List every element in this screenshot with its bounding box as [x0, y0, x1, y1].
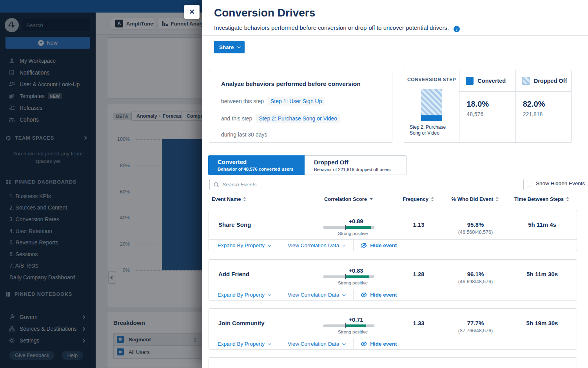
pct-who-did-event: 77.7% (37,766/48,576): [444, 317, 507, 333]
dropped-count: 221,818: [523, 111, 571, 117]
search-icon: [214, 182, 219, 188]
chevron-down-icon: [237, 45, 240, 48]
hide-event-button[interactable]: Hide event: [354, 240, 405, 251]
event-row-join-community: Join Community +0.71 Strong positive 1.3…: [209, 308, 577, 350]
event-row-add-friend: Add Friend +0.83 Strong positive 1.28 96…: [209, 259, 577, 301]
screen: + New My Workspace Notifications User & …: [0, 0, 588, 368]
info-icon[interactable]: i: [454, 26, 460, 32]
column-time-between-steps[interactable]: Time Between Steps: [506, 196, 577, 202]
view-correlation-data-button[interactable]: View Correlation Data: [279, 289, 354, 301]
eye-off-icon: [361, 243, 367, 248]
dropped-pct: 82.0%: [523, 100, 571, 109]
page-subtitle: Investigate behaviors performed before c…: [214, 24, 460, 32]
expand-by-property-button[interactable]: Expand By Property: [209, 240, 279, 251]
event-row-partial: [209, 357, 577, 368]
cohort-tabs: Converted Behavior of 48,576 converted u…: [208, 155, 407, 175]
correlation-bar: [323, 226, 374, 229]
dropped-off-bar-segment: [421, 89, 442, 115]
frequency-value: 1.33: [393, 317, 444, 326]
time-between-steps: 5h 11m 4s: [507, 218, 577, 228]
conversion-step-header: CONVERSION STEP: [404, 77, 459, 82]
frequency-value: 1.13: [393, 218, 444, 228]
page-title: Conversion Drivers: [214, 7, 315, 19]
tab-dropped-off[interactable]: Dropped Off Behavior of 221,818 dropped …: [305, 155, 407, 175]
event-fraction: (46,698/48,576): [444, 279, 507, 284]
column-correlation-score[interactable]: Correlation Score: [304, 196, 393, 202]
sort-icon: [495, 197, 499, 201]
correlation-score-cell: +0.89 Strong positive: [323, 218, 374, 236]
criteria-heading: Analyze behaviors performed before conve…: [221, 80, 380, 87]
criteria-card: Analyze behaviors performed before conve…: [209, 70, 392, 143]
converted-bar-segment: [421, 115, 442, 121]
dropped-legend-label: Dropped Off: [534, 78, 567, 84]
chevron-down-icon: [342, 342, 345, 345]
chevron-down-icon: [342, 243, 345, 246]
correlation-score-cell: +0.83 Strong positive: [323, 268, 374, 285]
column-frequency[interactable]: Frequency: [393, 196, 444, 202]
sort-desc-icon: [370, 198, 373, 200]
chevron-down-icon: [268, 293, 271, 296]
conversion-drivers-panel: Conversion Drivers Investigate behaviors…: [202, 0, 588, 368]
chevron-down-icon: [268, 243, 271, 246]
divider: [202, 35, 588, 36]
sort-icon: [243, 197, 246, 201]
correlation-bar: [323, 275, 374, 278]
column-event-name[interactable]: Event Name: [209, 196, 304, 202]
column-pct-who-did-event[interactable]: % Who Did Event: [444, 196, 506, 202]
hide-event-button[interactable]: Hide event: [354, 338, 405, 350]
checkbox-icon[interactable]: [527, 181, 532, 186]
expand-by-property-button[interactable]: Expand By Property: [209, 338, 279, 350]
event-name: Add Friend: [209, 268, 305, 277]
time-between-steps: 5h 11m 30s: [507, 268, 577, 277]
converted-legend-icon: [466, 77, 474, 85]
converted-legend-label: Converted: [477, 78, 506, 84]
sort-icon: [431, 197, 434, 201]
converted-count: 48,576: [466, 111, 515, 117]
event-fraction: (37,766/48,576): [444, 328, 507, 333]
event-fraction: (46,560/48,576): [444, 230, 507, 235]
row-actions: Expand By Property View Correlation Data…: [209, 239, 577, 251]
conversion-step-card: CONVERSION STEP Step 2: Purchase Song or…: [404, 70, 572, 143]
divider: [202, 59, 588, 59]
step2-link[interactable]: Step 2: Purchase Song or Video: [256, 114, 340, 123]
pct-who-did-event: 96.1% (46,698/48,576): [444, 268, 507, 284]
event-search[interactable]: [209, 179, 524, 190]
sort-icon: [566, 197, 569, 201]
share-button[interactable]: Share: [214, 41, 245, 53]
dropped-legend-icon: [522, 77, 530, 85]
chevron-down-icon: [342, 293, 345, 296]
chevron-down-icon: [268, 342, 271, 345]
correlation-bar: [323, 324, 374, 327]
close-button[interactable]: ✕: [184, 5, 200, 19]
event-row-share-song: Share Song +0.89 Strong positive 1.13 95…: [209, 210, 577, 251]
during-label: during last 30 days: [221, 131, 267, 138]
show-hidden-events-toggle[interactable]: Show Hidden Events: [527, 180, 585, 186]
step1-link[interactable]: Step 1: User Sign Up: [268, 97, 325, 106]
eye-off-icon: [361, 341, 367, 346]
pct-who-did-event: 95.8% (46,560/48,576): [444, 218, 507, 235]
row-actions: Expand By Property View Correlation Data…: [209, 338, 577, 350]
correlation-score-cell: +0.71 Strong positive: [323, 317, 374, 334]
event-search-input[interactable]: [222, 182, 519, 188]
view-correlation-data-button[interactable]: View Correlation Data: [279, 240, 354, 251]
conversion-step-caption: Step 2: Purchase Song or Video: [410, 124, 457, 136]
event-name: Share Song: [209, 218, 305, 228]
conversion-step-bar: [421, 89, 442, 121]
tab-converted[interactable]: Converted Behavior of 48,576 converted u…: [208, 155, 305, 175]
converted-pct: 18.0%: [466, 100, 515, 109]
eye-off-icon: [361, 292, 367, 297]
expand-by-property-button[interactable]: Expand By Property: [209, 289, 279, 301]
event-name: Join Community: [209, 317, 305, 326]
row-actions: Expand By Property View Correlation Data…: [209, 289, 577, 301]
time-between-steps: 5h 19m 30s: [507, 317, 577, 326]
view-correlation-data-button[interactable]: View Correlation Data: [279, 338, 354, 350]
and-step-label: and this step: [221, 115, 252, 122]
frequency-value: 1.28: [393, 268, 444, 277]
modal-backdrop[interactable]: [0, 0, 202, 368]
hide-event-button[interactable]: Hide event: [354, 289, 405, 301]
between-step-label: between this step: [221, 98, 264, 104]
events-table-header: Event Name Correlation Score Frequency %…: [209, 196, 577, 202]
